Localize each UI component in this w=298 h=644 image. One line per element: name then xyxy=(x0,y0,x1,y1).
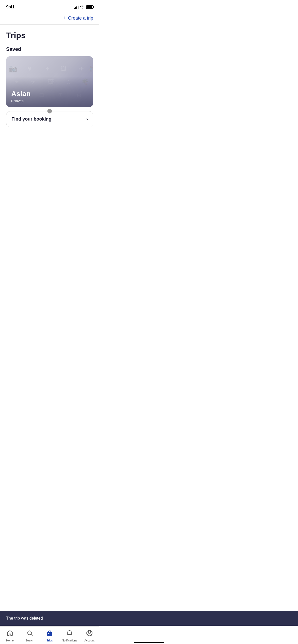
saved-section-title: Saved xyxy=(6,46,93,52)
page-title: Trips xyxy=(6,31,93,40)
trip-card-content: Asian 0 saves xyxy=(11,90,31,103)
find-booking-label: Find your booking xyxy=(11,116,51,122)
svg-text:♥: ♥ xyxy=(28,65,32,72)
signal-icon xyxy=(74,5,78,9)
status-time: 9:41 xyxy=(6,5,15,10)
trip-card-name: Asian xyxy=(11,90,31,98)
create-trip-button[interactable]: + Create a trip xyxy=(63,15,93,21)
header: + Create a trip xyxy=(0,13,99,25)
create-trip-plus-icon: + xyxy=(63,15,66,21)
status-bar: 9:41 xyxy=(0,0,99,13)
create-trip-label: Create a trip xyxy=(68,16,93,21)
trip-card-saves: 0 saves xyxy=(11,99,31,103)
pagination-dot xyxy=(47,109,52,113)
svg-text:✈: ✈ xyxy=(79,65,84,72)
find-booking-button[interactable]: Find your booking › xyxy=(6,111,93,127)
svg-text:🖼: 🖼 xyxy=(61,66,66,72)
trip-card[interactable]: 📷 ♥ ✦ 🖼 ✈ 🧑‍🤝‍🧑 ✦ ✈ 🖼 ☺ 🌴 ⊙ 🖼 ⊞ ⊞ xyxy=(6,56,93,107)
svg-text:📷: 📷 xyxy=(9,64,18,73)
battery-icon xyxy=(86,5,93,9)
svg-text:🧑‍🤝‍🧑: 🧑‍🤝‍🧑 xyxy=(89,66,93,72)
wifi-icon xyxy=(80,5,85,9)
svg-text:✦: ✦ xyxy=(45,65,50,72)
status-icons xyxy=(74,5,93,9)
find-booking-arrow-icon: › xyxy=(86,116,88,122)
page-content: Trips Saved 📷 ♥ ✦ 🖼 ✈ 🧑‍🤝‍🧑 ✦ ✈ 🖼 ☺ 🌴 ⊙ xyxy=(0,25,99,127)
